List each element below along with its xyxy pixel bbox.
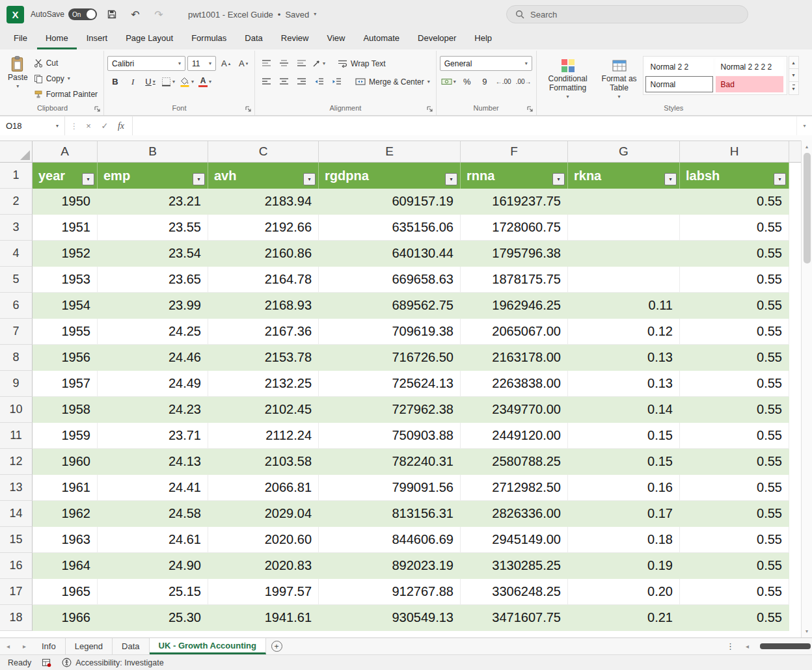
- search-box[interactable]: Search: [506, 5, 748, 23]
- header-cell-rnna[interactable]: rnna▾: [461, 163, 568, 189]
- font-color-button[interactable]: A ▾: [197, 74, 213, 89]
- cell-E2[interactable]: 609157.19: [319, 189, 461, 215]
- undo-button[interactable]: ↶: [127, 6, 144, 23]
- cell-F16[interactable]: 3130285.25: [461, 553, 568, 579]
- cell-A18[interactable]: 1966: [33, 605, 98, 631]
- ribbon-tab-help[interactable]: Help: [466, 29, 500, 49]
- top-align-button[interactable]: [258, 56, 274, 71]
- cell-A6[interactable]: 1954: [33, 293, 98, 319]
- cell-F18[interactable]: 3471607.75: [461, 605, 568, 631]
- filter-dropdown-button[interactable]: ▾: [82, 173, 94, 185]
- cell-E11[interactable]: 750903.88: [319, 423, 461, 449]
- cell-A7[interactable]: 1955: [33, 319, 98, 345]
- row-header-13[interactable]: 13: [0, 475, 33, 501]
- expand-formula-bar-button[interactable]: ▾: [796, 116, 812, 135]
- copy-button[interactable]: Copy ▾: [31, 72, 100, 85]
- drag-handle-icon[interactable]: ⋮: [68, 122, 80, 131]
- alignment-dialog-launcher[interactable]: [426, 105, 434, 113]
- cell-A13[interactable]: 1961: [33, 475, 98, 501]
- cell-F17[interactable]: 3306248.25: [461, 579, 568, 605]
- cell-F8[interactable]: 2163178.00: [461, 345, 568, 371]
- cell-G7[interactable]: 0.12: [568, 319, 680, 345]
- cell-B17[interactable]: 25.15: [98, 579, 208, 605]
- decrease-indent-button[interactable]: [311, 74, 327, 89]
- sheet-tab-info[interactable]: Info: [33, 638, 66, 654]
- format-as-table-button[interactable]: Format as Table ▾: [596, 55, 643, 100]
- cell-C11[interactable]: 2112.24: [208, 423, 319, 449]
- cell-A9[interactable]: 1957: [33, 371, 98, 397]
- cell-H2[interactable]: 0.55: [680, 189, 789, 215]
- cell-B2[interactable]: 23.21: [98, 189, 208, 215]
- cancel-button[interactable]: ×: [81, 121, 96, 131]
- cell-F3[interactable]: 1728060.75: [461, 215, 568, 241]
- tab-overflow-icon[interactable]: ⋮: [726, 641, 735, 651]
- horizontal-scrollbar[interactable]: ⋮ ◂: [726, 638, 812, 654]
- cell-G17[interactable]: 0.20: [568, 579, 680, 605]
- cell-C3[interactable]: 2192.66: [208, 215, 319, 241]
- font-name-combo[interactable]: Calibri ▾: [107, 56, 185, 71]
- cell-B15[interactable]: 24.61: [98, 527, 208, 553]
- column-header-h[interactable]: H: [680, 141, 789, 162]
- increase-decimal-button[interactable]: ←.00: [494, 74, 513, 89]
- ribbon-tab-automate[interactable]: Automate: [355, 29, 408, 49]
- cell-G18[interactable]: 0.21: [568, 605, 680, 631]
- comma-style-button[interactable]: 9: [477, 74, 493, 89]
- cell-G4[interactable]: [568, 241, 680, 267]
- cell-H18[interactable]: 0.55: [680, 605, 789, 631]
- cell-G12[interactable]: 0.15: [568, 449, 680, 475]
- cell-F5[interactable]: 1878175.75: [461, 267, 568, 293]
- row-header-14[interactable]: 14: [0, 501, 33, 527]
- vertical-scrollbar[interactable]: ▴ ▾: [801, 141, 812, 637]
- save-button[interactable]: [103, 6, 120, 23]
- redo-button[interactable]: ↷: [150, 6, 167, 23]
- paste-button[interactable]: Paste ▾: [5, 52, 31, 90]
- increase-indent-button[interactable]: [329, 74, 344, 89]
- header-cell-rkna[interactable]: rkna▾: [568, 163, 680, 189]
- percent-style-button[interactable]: %: [459, 74, 475, 89]
- cell-A5[interactable]: 1953: [33, 267, 98, 293]
- document-title[interactable]: pwt1001 - Excel Guide • Saved ▾: [188, 10, 316, 20]
- cell-E17[interactable]: 912767.88: [319, 579, 461, 605]
- align-center-button[interactable]: [276, 74, 291, 89]
- gallery-down-button[interactable]: ▾: [789, 69, 799, 82]
- cell-C12[interactable]: 2103.58: [208, 449, 319, 475]
- cell-E7[interactable]: 709619.38: [319, 319, 461, 345]
- cell-G16[interactable]: 0.19: [568, 553, 680, 579]
- new-sheet-button[interactable]: +: [266, 638, 287, 654]
- cell-H8[interactable]: 0.55: [680, 345, 789, 371]
- middle-align-button[interactable]: [276, 56, 291, 71]
- cell-B16[interactable]: 24.90: [98, 553, 208, 579]
- filter-dropdown-button[interactable]: ▾: [303, 173, 316, 185]
- cell-A11[interactable]: 1959: [33, 423, 98, 449]
- cell-F9[interactable]: 2263838.00: [461, 371, 568, 397]
- ribbon-tab-developer[interactable]: Developer: [409, 29, 465, 49]
- sheet-nav-left-button[interactable]: ◂: [0, 638, 16, 654]
- orientation-button[interactable]: ▾: [311, 56, 327, 71]
- cell-F15[interactable]: 2945149.00: [461, 527, 568, 553]
- filter-dropdown-button[interactable]: ▾: [774, 173, 786, 185]
- cell-F14[interactable]: 2826336.00: [461, 501, 568, 527]
- cell-B6[interactable]: 23.99: [98, 293, 208, 319]
- row-header-9[interactable]: 9: [0, 371, 33, 397]
- cell-E6[interactable]: 689562.75: [319, 293, 461, 319]
- cell-B7[interactable]: 24.25: [98, 319, 208, 345]
- cell-H9[interactable]: 0.55: [680, 371, 789, 397]
- row-header-6[interactable]: 6: [0, 293, 33, 319]
- cell-G13[interactable]: 0.16: [568, 475, 680, 501]
- column-header-g[interactable]: G: [568, 141, 680, 162]
- hscroll-left-button[interactable]: ◂: [739, 643, 755, 650]
- wrap-text-button[interactable]: Wrap Text: [335, 57, 388, 70]
- filter-dropdown-button[interactable]: ▾: [664, 173, 677, 185]
- cell-H17[interactable]: 0.55: [680, 579, 789, 605]
- bold-button[interactable]: B: [107, 74, 123, 89]
- cell-C5[interactable]: 2164.78: [208, 267, 319, 293]
- column-header-a[interactable]: A: [33, 141, 98, 162]
- cell-A8[interactable]: 1956: [33, 345, 98, 371]
- cell-C7[interactable]: 2167.36: [208, 319, 319, 345]
- cell-C6[interactable]: 2168.93: [208, 293, 319, 319]
- cell-A15[interactable]: 1963: [33, 527, 98, 553]
- cell-C18[interactable]: 1941.61: [208, 605, 319, 631]
- enter-button[interactable]: ✓: [97, 121, 113, 131]
- cell-B3[interactable]: 23.55: [98, 215, 208, 241]
- cell-A14[interactable]: 1962: [33, 501, 98, 527]
